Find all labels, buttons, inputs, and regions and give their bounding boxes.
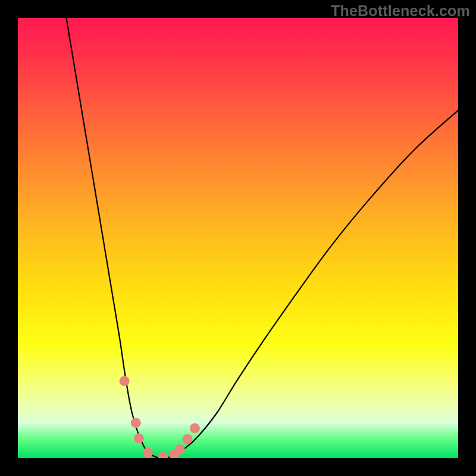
marker-p5 [158, 452, 168, 458]
watermark-text: TheBottleneck.com [331, 2, 470, 20]
marker-p2 [131, 418, 141, 428]
marker-p7 [175, 444, 185, 455]
curve-overlay [18, 18, 458, 458]
marker-p1 [120, 376, 130, 386]
marker-p3 [134, 433, 144, 443]
chart-frame: TheBottleneck.com [0, 0, 476, 476]
plot-area [18, 18, 458, 458]
marker-p4 [143, 448, 153, 458]
marker-p8 [182, 434, 192, 444]
bottleneck-curve [66, 18, 458, 458]
marker-p9 [190, 423, 200, 433]
